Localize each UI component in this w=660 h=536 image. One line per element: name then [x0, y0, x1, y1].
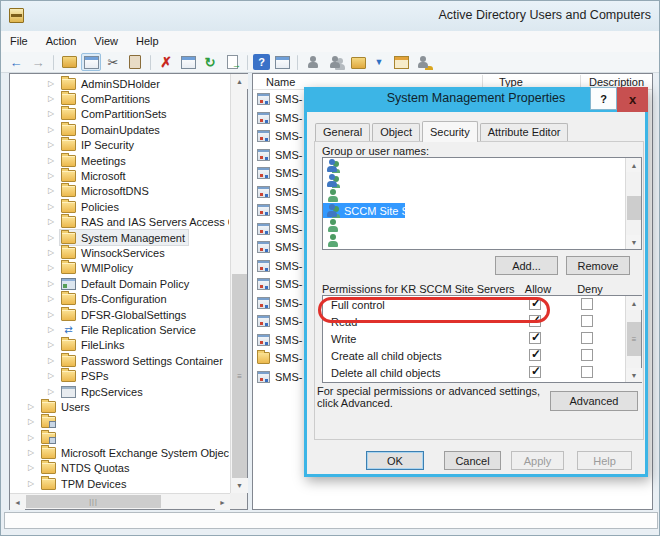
expand-arrow-icon[interactable] — [48, 80, 60, 88]
tree-item[interactable]: Default Domain Policy — [10, 276, 229, 291]
advanced-button[interactable]: Advanced — [550, 391, 638, 411]
deny-checkbox[interactable] — [581, 332, 593, 344]
tab-attribute-editor[interactable]: Attribute Editor — [480, 123, 569, 141]
scroll-down-button[interactable]: ▼ — [626, 235, 642, 249]
group-item-sccm-site-servers[interactable]: SCCM Site Servers ( SCCM Site Servers) — [323, 203, 405, 218]
delegate-button[interactable] — [413, 53, 433, 71]
group-list-item[interactable] — [323, 233, 570, 248]
tree-item[interactable]: ComPartitions — [10, 91, 229, 106]
allow-checkbox[interactable] — [529, 315, 541, 327]
allow-checkbox[interactable] — [529, 298, 541, 310]
scroll-up-button[interactable]: ▲ — [626, 296, 642, 310]
allow-checkbox[interactable] — [529, 349, 541, 361]
expand-arrow-icon[interactable] — [48, 157, 60, 165]
tree-horizontal-scrollbar[interactable]: ◄ ||| ► — [10, 493, 230, 509]
expand-arrow-icon[interactable] — [48, 187, 60, 195]
tree-item[interactable]: WinsockServices — [10, 245, 229, 260]
help-button[interactable]: ? — [253, 54, 270, 70]
tree-item[interactable]: MicrosoftDNS — [10, 184, 229, 199]
expand-arrow-icon[interactable] — [28, 480, 40, 488]
delete-button[interactable]: ✗ — [156, 53, 176, 71]
expand-arrow-icon[interactable] — [28, 418, 40, 426]
allow-checkbox[interactable] — [529, 332, 541, 344]
allow-checkbox[interactable] — [529, 366, 541, 378]
expand-arrow-icon[interactable] — [48, 388, 60, 396]
tree-item-redacted[interactable] — [10, 415, 70, 430]
tree-item[interactable]: Meetings — [10, 153, 229, 168]
permission-row-delete-all-child-objects[interactable]: Delete all child objects — [323, 364, 625, 381]
show-console-tree-button[interactable] — [81, 53, 101, 71]
tree-item[interactable]: Microsoft Exchange System Objects — [10, 445, 229, 460]
apply-button[interactable]: Apply — [511, 451, 564, 470]
scroll-down-button[interactable]: ▼ — [231, 478, 248, 493]
change-domain-button[interactable] — [391, 53, 411, 71]
permission-row-write[interactable]: Write — [323, 330, 625, 347]
forward-button[interactable]: → — [28, 53, 48, 71]
expand-arrow-icon[interactable] — [48, 218, 60, 226]
new-user-button[interactable] — [303, 53, 323, 71]
group-list-item[interactable] — [323, 188, 585, 203]
tab-general[interactable]: General — [315, 123, 370, 141]
scrollbar-thumb[interactable] — [627, 196, 641, 220]
permissions-list-scrollbar[interactable]: ▲ ≡ ▼ — [625, 296, 641, 382]
ok-button[interactable]: OK — [366, 451, 424, 470]
deny-checkbox[interactable] — [581, 298, 593, 310]
permission-row-create-all-child-objects[interactable]: Create all child objects — [323, 347, 625, 364]
help-button[interactable]: Help — [577, 451, 632, 470]
tree-item[interactable]: DomainUpdates — [10, 122, 229, 137]
scroll-right-button[interactable]: ► — [215, 494, 230, 510]
expand-arrow-icon[interactable] — [48, 341, 60, 349]
tree-item[interactable]: RAS and IAS Servers Access Check — [10, 215, 229, 230]
group-list-item[interactable] — [323, 173, 591, 188]
tree-item[interactable]: Policies — [10, 199, 229, 214]
group-list-scrollbar[interactable]: ▲ ▼ — [625, 158, 641, 249]
scroll-left-button[interactable]: ◄ — [10, 494, 25, 510]
scrollbar-thumb[interactable]: ≡ — [232, 274, 247, 479]
toolbar-separator[interactable] — [297, 55, 298, 70]
tree-item[interactable]: Microsoft — [10, 168, 229, 183]
expand-arrow-icon[interactable] — [28, 434, 40, 442]
expand-arrow-icon[interactable] — [48, 326, 60, 334]
expand-arrow-icon[interactable] — [48, 357, 60, 365]
permission-row-read[interactable]: Read — [323, 313, 625, 330]
deny-checkbox[interactable] — [581, 366, 593, 378]
tab-security[interactable]: Security — [422, 121, 478, 142]
properties-button[interactable] — [178, 53, 198, 71]
tree-item[interactable]: Users — [10, 399, 229, 414]
menu-item-action[interactable]: Action — [37, 31, 86, 52]
tree-item-system-management[interactable]: System Management — [10, 230, 229, 245]
expand-arrow-icon[interactable] — [48, 95, 60, 103]
group-list-item[interactable] — [323, 218, 575, 233]
expand-arrow-icon[interactable] — [48, 280, 60, 288]
expand-arrow-icon[interactable] — [48, 110, 60, 118]
toolbar-separator[interactable] — [53, 55, 54, 70]
scrollbar-thumb[interactable]: ≡ — [627, 322, 641, 356]
export-list-button[interactable] — [222, 53, 242, 71]
deny-checkbox[interactable] — [581, 315, 593, 327]
toolbar-separator[interactable] — [247, 55, 248, 70]
tree-item[interactable]: Password Settings Container — [10, 353, 229, 368]
help-topics-button[interactable] — [272, 53, 292, 71]
cancel-button[interactable]: Cancel — [444, 451, 501, 470]
remove-button[interactable]: Remove — [566, 256, 630, 275]
up-one-level-button[interactable] — [59, 53, 79, 71]
scrollbar-thumb[interactable]: ||| — [26, 495, 161, 508]
menu-item-help[interactable]: Help — [127, 31, 168, 52]
tree-item[interactable]: DFSR-GlobalSettings — [10, 307, 229, 322]
new-group-button[interactable] — [325, 53, 345, 71]
expand-arrow-icon[interactable] — [48, 264, 60, 272]
tree-item[interactable]: ComPartitionSets — [10, 107, 229, 122]
expand-arrow-icon[interactable] — [48, 203, 60, 211]
expand-arrow-icon[interactable] — [48, 311, 60, 319]
tree-item[interactable]: AdminSDHolder — [10, 76, 229, 91]
scroll-up-button[interactable]: ▲ — [626, 158, 642, 172]
deny-checkbox[interactable] — [581, 349, 593, 361]
column-header-name[interactable]: Name — [266, 75, 295, 89]
expand-arrow-icon[interactable] — [48, 126, 60, 134]
refresh-button[interactable]: ↻ — [200, 53, 220, 71]
tree-item[interactable]: NTDS Quotas — [10, 461, 229, 476]
tree-item[interactable]: IP Security — [10, 138, 229, 153]
new-ou-button[interactable] — [347, 53, 367, 71]
group-list-item[interactable] — [323, 158, 588, 173]
menu-item-view[interactable]: View — [85, 31, 127, 52]
